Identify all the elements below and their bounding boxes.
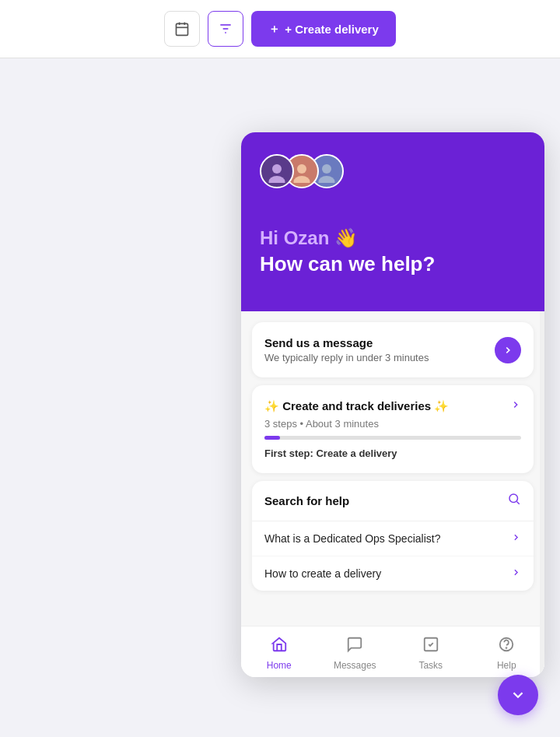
nav-help-label: Help xyxy=(497,660,516,671)
help-icon xyxy=(498,636,515,658)
first-step: First step: Create a delivery xyxy=(264,447,521,459)
progress-bar-track xyxy=(264,436,521,440)
create-delivery-button[interactable]: ＋ + Create delivery xyxy=(251,11,396,47)
home-icon xyxy=(271,636,288,658)
greeting-hi: Hi Ozan 👋 xyxy=(260,227,526,249)
widget-header: Hi Ozan 👋 How can we help? xyxy=(241,132,544,311)
send-message-card[interactable]: Send us a message We typically reply in … xyxy=(252,322,534,377)
nav-home[interactable]: Home xyxy=(241,633,317,674)
tutorial-title: ✨ Create and track deliveries ✨ xyxy=(264,399,449,413)
chat-widget: Hi Ozan 👋 How can we help? Send us a mes… xyxy=(241,132,544,677)
nav-messages-label: Messages xyxy=(334,660,376,671)
progress-bar-fill xyxy=(264,436,280,440)
search-item-1-text: What is a Dedicated Ops Specialist? xyxy=(264,532,440,545)
tutorial-steps-info: 3 steps • About 3 minutes xyxy=(264,418,521,430)
nav-messages[interactable]: Messages xyxy=(317,633,394,674)
messages-icon xyxy=(346,636,363,658)
svg-point-13 xyxy=(509,494,518,503)
search-item-2[interactable]: How to create a delivery xyxy=(252,556,534,591)
search-label: Search for help xyxy=(264,494,349,507)
greeting-main: How can we help? xyxy=(260,252,526,276)
tutorial-header: ✨ Create and track deliveries ✨ xyxy=(264,399,521,413)
first-step-label: First step: xyxy=(264,447,313,459)
search-header[interactable]: Search for help xyxy=(252,481,534,521)
svg-point-17 xyxy=(506,648,507,648)
tutorial-card[interactable]: ✨ Create and track deliveries ✨ 3 steps … xyxy=(252,385,534,473)
top-bar: ＋ + Create delivery xyxy=(0,0,560,58)
widget-footer: Home Messages Tasks xyxy=(241,626,544,677)
first-step-value: Create a delivery xyxy=(316,447,397,459)
svg-point-9 xyxy=(297,164,306,174)
send-message-content: Send us a message We typically reply in … xyxy=(264,336,429,363)
filter-button[interactable] xyxy=(208,11,243,47)
search-item-1-chevron xyxy=(511,532,521,545)
nav-home-label: Home xyxy=(267,660,292,671)
tutorial-chevron-icon xyxy=(510,399,521,413)
nav-help[interactable]: Help xyxy=(469,633,545,674)
svg-point-8 xyxy=(269,176,285,183)
calendar-button[interactable] xyxy=(164,11,200,47)
svg-point-12 xyxy=(319,176,335,183)
search-item-2-text: How to create a delivery xyxy=(264,567,381,580)
tasks-icon xyxy=(422,636,439,658)
avatar-1 xyxy=(260,154,294,188)
search-card: Search for help What is a Dedicated Ops … xyxy=(252,481,534,591)
nav-tasks[interactable]: Tasks xyxy=(393,633,469,674)
search-item-2-chevron xyxy=(511,567,521,580)
send-message-arrow[interactable] xyxy=(495,337,521,363)
widget-body: Send us a message We typically reply in … xyxy=(241,311,544,626)
send-message-title: Send us a message xyxy=(264,336,429,349)
svg-point-10 xyxy=(294,176,310,183)
svg-line-14 xyxy=(516,501,519,504)
svg-point-11 xyxy=(322,164,331,174)
svg-point-7 xyxy=(272,164,282,174)
support-avatars xyxy=(260,154,526,188)
search-item-1[interactable]: What is a Dedicated Ops Specialist? xyxy=(252,521,534,556)
send-message-subtitle: We typically reply in under 3 minutes xyxy=(264,352,429,363)
nav-tasks-label: Tasks xyxy=(418,660,443,671)
create-delivery-label: + Create delivery xyxy=(285,23,379,36)
search-icon xyxy=(507,492,521,510)
svg-rect-0 xyxy=(177,23,188,35)
main-background: Hi Ozan 👋 How can we help? Send us a mes… xyxy=(0,58,560,737)
fab-collapse-button[interactable] xyxy=(498,675,538,715)
create-delivery-icon: ＋ xyxy=(268,22,280,37)
